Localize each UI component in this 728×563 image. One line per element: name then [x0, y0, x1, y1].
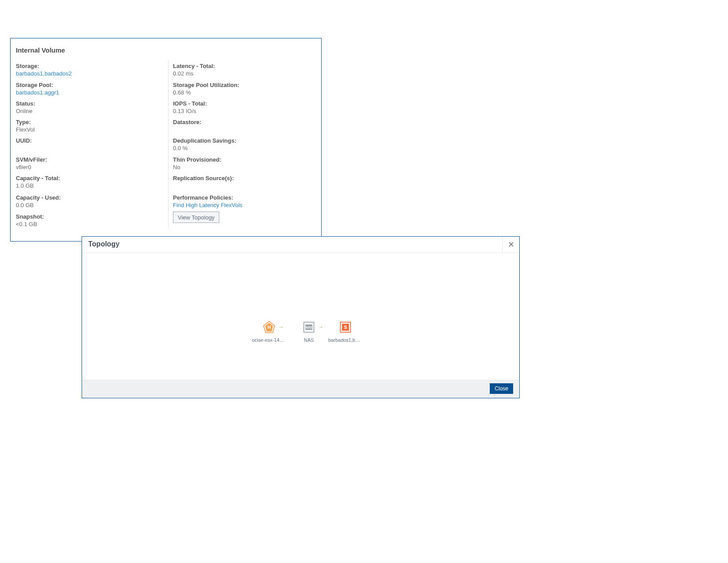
iops-label: IOPS - Total:	[173, 100, 207, 107]
dedup-value: 0.0 %	[173, 145, 236, 152]
topology-node-storage-label: barbados1,bar…	[328, 337, 363, 343]
latency-value: 0.02 ms	[173, 70, 215, 77]
close-icon: ✕	[508, 240, 514, 249]
type-value: FlexVol	[16, 126, 35, 133]
topology-title: Topology	[88, 240, 120, 248]
topology-node-storage[interactable]: S barbados1,bar…	[328, 321, 363, 343]
pool-utilization-field: Storage Pool Utilization: 0.68 %	[173, 82, 239, 96]
capacity-used-value: 0.0 GB	[16, 202, 61, 209]
topology-node-nas[interactable]: NAS NAS	[292, 321, 326, 343]
thin-field: Thin Provisioned: No	[173, 156, 221, 171]
column-divider	[168, 60, 169, 228]
storage-pool-label: Storage Pool:	[16, 82, 59, 89]
uuid-field: UUID:	[16, 137, 32, 145]
status-label: Status:	[16, 100, 35, 107]
svm-value: vfiler0	[16, 164, 47, 171]
dedup-label: Deduplication Savings:	[173, 137, 236, 144]
replication-source-label: Replication Source(s):	[173, 175, 234, 182]
pool-utilization-label: Storage Pool Utilization:	[173, 82, 239, 89]
topology-body: H ocise-esx-1431… NAS NAS S barbados1,ba…	[82, 253, 519, 380]
snapshot-field: Snapshot: <0.1 GB	[16, 213, 44, 228]
datastore-field: Datastore:	[173, 119, 201, 126]
internal-volume-title: Internal Volume	[16, 46, 65, 54]
capacity-used-field: Capacity - Used: 0.0 GB	[16, 194, 61, 209]
status-field: Status: Online	[16, 100, 35, 115]
snapshot-label: Snapshot:	[16, 213, 44, 220]
perf-policies-label: Performance Policies:	[173, 194, 243, 201]
iops-field: IOPS - Total: 0.13 IO/s	[173, 100, 207, 115]
storage-icon: S	[339, 321, 352, 334]
latency-label: Latency - Total:	[173, 63, 215, 70]
storage-pool-value-link[interactable]: barbados1:aggr1	[16, 89, 59, 96]
topology-header: Topology ✕	[82, 237, 519, 253]
perf-policies-field: Performance Policies: Find High Latency …	[173, 194, 243, 209]
view-topology-button-label: View Topology	[178, 214, 214, 221]
topology-close-x[interactable]: ✕	[502, 237, 519, 253]
topology-node-nas-label: NAS	[292, 337, 326, 343]
dedup-field: Deduplication Savings: 0.0 %	[173, 137, 236, 152]
type-label: Type:	[16, 119, 35, 126]
internal-volume-panel: Internal Volume Storage: barbados1,barba…	[10, 38, 322, 242]
topology-arrow-nas-to-storage-icon	[314, 327, 328, 328]
storage-pool-field: Storage Pool: barbados1:aggr1	[16, 82, 59, 96]
storage-field: Storage: barbados1,barbados2	[16, 63, 72, 77]
topology-arrow-host-to-nas-icon	[274, 327, 288, 328]
capacity-used-label: Capacity - Used:	[16, 194, 61, 201]
topology-node-host-label: ocise-esx-1431…	[252, 337, 286, 343]
perf-policies-link[interactable]: Find High Latency FlexVols	[173, 202, 243, 209]
topology-close-button-label: Close	[495, 385, 508, 392]
iops-value: 0.13 IO/s	[173, 108, 207, 115]
view-topology-button[interactable]: View Topology	[173, 212, 219, 223]
svg-text:NAS: NAS	[306, 326, 312, 329]
svg-text:H: H	[267, 325, 271, 330]
uuid-label: UUID:	[16, 137, 32, 144]
capacity-total-label: Capacity - Total:	[16, 175, 60, 182]
latency-field: Latency - Total: 0.02 ms	[173, 63, 215, 77]
thin-value: No	[173, 164, 221, 171]
replication-source-field: Replication Source(s):	[173, 175, 234, 182]
type-field: Type: FlexVol	[16, 119, 35, 133]
topology-modal: Topology ✕ H ocise-esx-1431… NAS NAS	[82, 236, 520, 398]
capacity-total-field: Capacity - Total: 1.0 GB	[16, 175, 60, 189]
svg-text:S: S	[344, 325, 347, 330]
thin-label: Thin Provisioned:	[173, 156, 221, 163]
topology-close-button[interactable]: Close	[490, 383, 513, 394]
pool-utilization-value: 0.68 %	[173, 89, 239, 96]
topology-node-host[interactable]: H ocise-esx-1431…	[252, 321, 286, 343]
svm-field: SVM/vFiler: vfiler0	[16, 156, 47, 171]
svm-label: SVM/vFiler:	[16, 156, 47, 163]
storage-value-link[interactable]: barbados1,barbados2	[16, 70, 72, 77]
storage-label: Storage:	[16, 63, 72, 70]
topology-footer: Close	[82, 380, 519, 398]
capacity-total-value: 1.0 GB	[16, 182, 60, 189]
datastore-label: Datastore:	[173, 119, 201, 126]
status-value: Online	[16, 108, 35, 115]
snapshot-value: <0.1 GB	[16, 221, 44, 228]
